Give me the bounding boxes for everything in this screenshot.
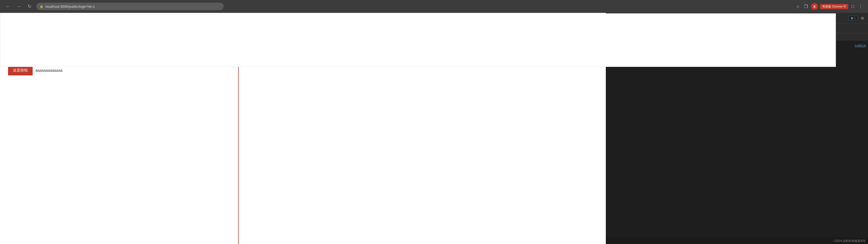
demo-text: aaaaaaaaaaaaa xyxy=(35,68,62,72)
back-button[interactable]: ← xyxy=(4,3,12,10)
extensions-button[interactable]: ❐ xyxy=(803,3,809,10)
issue-file-link[interactable]: Login.js xyxy=(855,43,866,48)
chrome-update-badge[interactable]: 有新版 Chrome 可 xyxy=(820,4,848,9)
browser-toolbar: ← → ↻ 🔒 localhost:3000/public/login?id=1… xyxy=(0,0,868,13)
devtools-badge: ▣ 1 xyxy=(849,16,858,20)
profile-button[interactable]: X xyxy=(811,3,818,10)
reload-button[interactable]: ↻ xyxy=(26,3,33,10)
window-icon[interactable]: □ xyxy=(850,3,855,10)
url-text: localhost:3000/public/login?id=1 xyxy=(45,4,95,8)
devtools-settings-icon[interactable]: ⚙ xyxy=(859,15,866,22)
address-bar[interactable]: 🔒 localhost:3000/public/login?id=1 xyxy=(36,3,224,10)
vertical-divider xyxy=(238,55,239,244)
devtools-branding: CSDN @虾虾鱼板面428 xyxy=(834,239,865,243)
browser-actions: ☆ ❐ X 有新版 Chrome 可 □ ⋮ xyxy=(795,3,864,10)
header: 好购 Hogo Search 🛒 xyxy=(0,23,606,55)
body-area: 这是按钮 aaaaaaaaaaaaa xyxy=(0,55,606,244)
more-button[interactable]: ⋮ xyxy=(857,3,864,10)
search-dropdown xyxy=(0,13,606,67)
forward-button[interactable]: → xyxy=(15,3,23,10)
devtools-bottom-bar: CSDN @虾虾鱼板面428 xyxy=(606,238,868,244)
devtools-body: 1 Login.js > xyxy=(606,41,868,238)
lock-icon: 🔒 xyxy=(40,5,43,8)
bookmark-button[interactable]: ☆ xyxy=(795,3,801,10)
